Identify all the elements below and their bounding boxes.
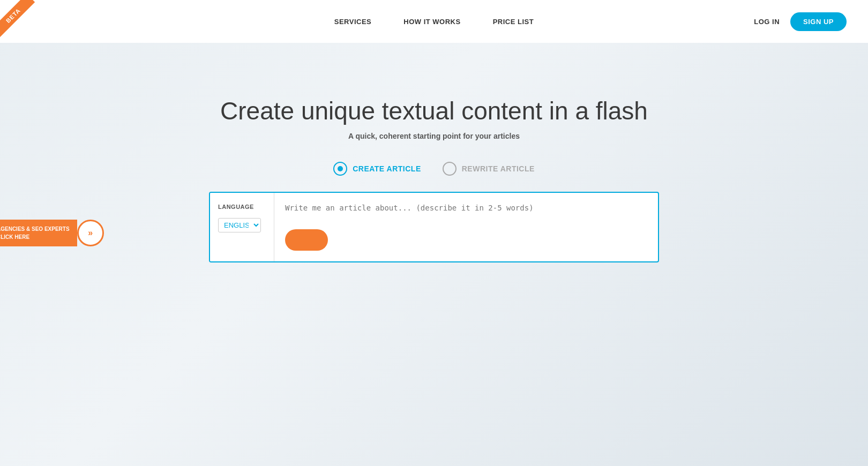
nav-links: SERVICES HOW IT WORKS PRICE LIST [334,18,534,26]
side-banner-line2: CLICK HERE [0,233,70,241]
nav-right: LOG IN SIGN UP [754,12,847,31]
hero-subtitle: A quick, coherent starting point for you… [348,132,520,140]
hero-title: Create unique textual content in a flash [220,96,648,125]
side-banner[interactable]: AGENCIES & SEO EXPERTS CLICK HERE » [0,220,104,246]
side-banner-text: AGENCIES & SEO EXPERTS CLICK HERE [0,220,77,246]
form-card: LANGUAGE ENGLISH FRENCH SPANISH GERMAN I… [209,192,659,262]
generate-button[interactable] [285,229,328,251]
language-panel: LANGUAGE ENGLISH FRENCH SPANISH GERMAN I… [210,193,274,261]
rewrite-article-option[interactable]: REWRITE ARTICLE [443,162,535,176]
create-article-radio[interactable] [333,162,347,176]
create-article-label: CREATE ARTICLE [353,164,421,173]
beta-ribbon: BETA [0,0,43,43]
hero-section: Create unique textual content in a flash… [0,43,868,262]
rewrite-article-radio[interactable] [443,162,457,176]
rewrite-article-label: REWRITE ARTICLE [462,164,535,173]
language-label: LANGUAGE [218,204,266,210]
create-article-option[interactable]: CREATE ARTICLE [333,162,421,176]
language-select[interactable]: ENGLISH FRENCH SPANISH GERMAN ITALIAN [218,218,261,232]
nav-how-it-works[interactable]: HOW IT WORKS [403,18,460,26]
signup-button[interactable]: SIGN UP [790,12,847,31]
login-button[interactable]: LOG IN [754,18,780,26]
side-banner-line1: AGENCIES & SEO EXPERTS [0,225,70,233]
input-panel [274,193,658,261]
article-input[interactable] [285,204,647,221]
side-banner-arrow-icon[interactable]: » [77,220,104,246]
beta-label: BETA [0,0,35,37]
navbar: SERVICES HOW IT WORKS PRICE LIST LOG IN … [0,0,868,43]
nav-services[interactable]: SERVICES [334,18,372,26]
mode-selector: CREATE ARTICLE REWRITE ARTICLE [333,162,535,176]
nav-price-list[interactable]: PRICE LIST [493,18,534,26]
